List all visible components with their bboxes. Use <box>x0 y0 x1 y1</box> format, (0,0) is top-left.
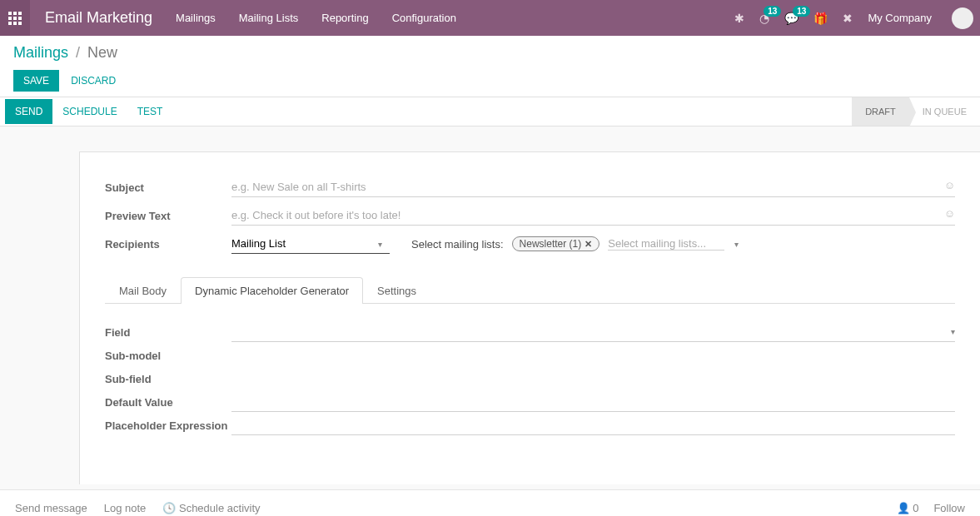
nav-right: ✱ ◔13 💬13 🎁 ✖ My Company <box>734 7 980 29</box>
chatter-bar: Send message Log note 🕓 Schedule activit… <box>0 489 980 516</box>
form-sheet: Subject ☺ Preview Text ☺ Recipients ▾ Se… <box>79 151 980 484</box>
control-bar: Mailings / New SAVE DISCARD <box>0 36 980 97</box>
mailing-list-tag[interactable]: Newsletter (1) ✕ <box>512 236 600 251</box>
preview-input[interactable] <box>231 206 955 226</box>
breadcrumb-current: New <box>87 44 117 61</box>
schedule-activity-link[interactable]: 🕓 Schedule activity <box>162 502 260 514</box>
tab-content: Field ▾ Sub-model Sub-field Default Valu… <box>105 304 955 435</box>
nav-mailings[interactable]: Mailings <box>176 12 216 24</box>
status-bar: SEND SCHEDULE TEST DRAFT IN QUEUE <box>0 97 980 127</box>
clock-badge: 13 <box>764 6 781 17</box>
stage-indicator: DRAFT IN QUEUE <box>852 97 980 126</box>
avatar[interactable] <box>952 7 973 29</box>
tag-remove-icon[interactable]: ✕ <box>585 239 592 250</box>
field-select[interactable]: ▾ <box>231 324 955 342</box>
send-button[interactable]: SEND <box>5 99 52 124</box>
log-note-link[interactable]: Log note <box>104 502 147 514</box>
apps-button[interactable] <box>0 0 30 36</box>
top-nav: Email Marketing Mailings Mailing Lists R… <box>0 0 980 36</box>
breadcrumb-sep: / <box>76 44 80 61</box>
submodel-label: Sub-model <box>105 347 231 362</box>
chevron-down-icon: ▾ <box>734 240 739 249</box>
breadcrumb: Mailings / New <box>13 44 967 62</box>
stage-in-queue[interactable]: IN QUEUE <box>909 97 980 126</box>
company-name[interactable]: My Company <box>868 12 932 24</box>
stage-draft[interactable]: DRAFT <box>852 97 909 126</box>
expression-label: Placeholder Expression <box>105 417 231 434</box>
tag-label: Newsletter (1) <box>520 238 582 250</box>
app-title: Email Marketing <box>30 9 167 27</box>
recipients-select[interactable] <box>231 234 390 254</box>
form-tabs: Mail Body Dynamic Placeholder Generator … <box>105 277 955 304</box>
tab-mail-body[interactable]: Mail Body <box>105 277 181 304</box>
emoji-icon[interactable]: ☺ <box>944 179 955 191</box>
bug-icon[interactable]: ✱ <box>734 12 744 25</box>
test-button[interactable]: TEST <box>127 99 173 124</box>
subject-input[interactable] <box>231 177 955 197</box>
field-label: Field <box>105 324 231 339</box>
tab-dynamic-placeholder[interactable]: Dynamic Placeholder Generator <box>181 277 363 304</box>
save-button[interactable]: SAVE <box>13 70 59 92</box>
nav-menu: Mailings Mailing Lists Reporting Configu… <box>176 12 456 24</box>
nav-configuration[interactable]: Configuration <box>392 12 456 24</box>
mailing-lists-input[interactable] <box>608 237 724 251</box>
mailing-lists-label: Select mailing lists: <box>411 238 504 251</box>
subfield-label: Sub-field <box>105 370 231 385</box>
nav-reporting[interactable]: Reporting <box>321 12 368 24</box>
expression-input[interactable] <box>231 417 955 435</box>
default-label: Default Value <box>105 394 231 409</box>
tools-icon[interactable]: ✖ <box>843 12 853 25</box>
submodel-value <box>231 347 955 365</box>
action-buttons: SAVE DISCARD <box>13 70 967 92</box>
chat-icon[interactable]: 💬13 <box>784 12 798 25</box>
follow-button[interactable]: Follow <box>933 502 965 514</box>
apps-icon <box>8 12 22 25</box>
clock-icon[interactable]: ◔13 <box>759 12 769 25</box>
subfield-value <box>231 370 955 389</box>
chevron-down-icon: ▾ <box>951 327 955 336</box>
discard-button[interactable]: DISCARD <box>71 75 116 87</box>
preview-label: Preview Text <box>105 210 231 222</box>
gift-icon[interactable]: 🎁 <box>813 12 828 25</box>
followers-count[interactable]: 👤 0 <box>897 502 919 514</box>
recipients-label: Recipients <box>105 238 231 251</box>
clock-icon: 🕓 <box>162 502 176 514</box>
schedule-button[interactable]: SCHEDULE <box>52 99 127 124</box>
send-message-link[interactable]: Send message <box>15 502 87 514</box>
default-value-input[interactable] <box>231 394 955 412</box>
nav-mailing-lists[interactable]: Mailing Lists <box>239 12 299 24</box>
emoji-icon[interactable]: ☺ <box>944 207 955 220</box>
breadcrumb-root[interactable]: Mailings <box>13 44 68 61</box>
user-icon: 👤 <box>897 502 910 514</box>
tab-settings[interactable]: Settings <box>363 277 430 304</box>
chat-badge: 13 <box>793 6 810 17</box>
subject-label: Subject <box>105 181 231 194</box>
